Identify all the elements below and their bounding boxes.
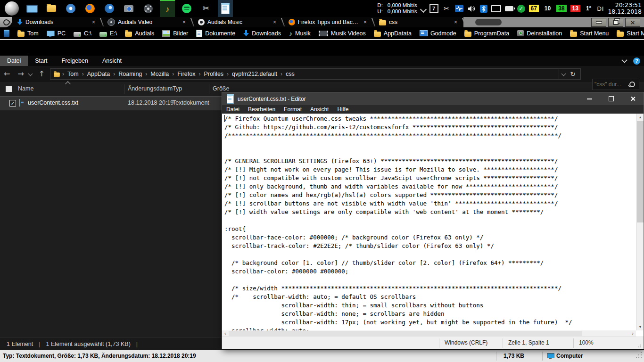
menu-hilfe[interactable]: Hilfe xyxy=(333,106,353,113)
temp-badge-yellow[interactable]: 67 xyxy=(529,5,539,12)
bookmark-item[interactable]: Musik Videos xyxy=(319,30,366,37)
refresh-icon[interactable]: ↻ xyxy=(570,71,576,77)
menu-freigeben[interactable]: Freigeben xyxy=(55,56,95,66)
taskbar-icon-display[interactable] xyxy=(25,0,40,17)
scroll-down-icon[interactable]: ▼ xyxy=(636,323,644,330)
tab-firefox-tipps[interactable]: Firefox Tipps und Backup × xyxy=(285,17,372,27)
breadcrumb-mozilla[interactable]: Mozilla xyxy=(149,71,170,77)
address-breadcrumb-field[interactable]: › Tom › AppData › Roaming › Mozilla › Fi… xyxy=(50,68,581,80)
breadcrumb-profile-folder[interactable]: qvpfm212.default xyxy=(231,71,279,77)
bookmark-item[interactable]: ProgramData xyxy=(464,30,509,37)
close-tab-icon[interactable]: × xyxy=(453,19,458,25)
taskbar-icon-thunderbird[interactable] xyxy=(102,0,117,17)
column-divider[interactable] xyxy=(169,84,169,94)
temp-badge-plain[interactable]: 10 xyxy=(543,5,553,12)
activity-monitor-icon[interactable] xyxy=(455,5,463,12)
clock[interactable]: 20:23:51 18.12.2018 xyxy=(608,2,642,16)
breadcrumb-tom[interactable]: Tom xyxy=(66,71,80,77)
power-icon[interactable] xyxy=(505,6,513,11)
minimize-button[interactable] xyxy=(591,18,606,27)
column-header-name[interactable]: Name xyxy=(18,85,33,92)
bookmark-item[interactable]: Bilder xyxy=(162,30,188,37)
close-button[interactable] xyxy=(622,92,644,105)
ribbon-collapse-chevron-icon[interactable] xyxy=(621,57,627,63)
taskbar-icon-spotify[interactable] xyxy=(179,0,194,17)
menu-ansicht[interactable]: Ansicht xyxy=(306,106,333,113)
bookmark-item[interactable]: C:\ xyxy=(74,30,91,37)
new-tab-button[interactable] xyxy=(475,19,502,25)
scroll-up-icon[interactable]: ▲ xyxy=(636,114,644,121)
tab-audials-video[interactable]: Audials Video × xyxy=(104,17,190,27)
menu-bearbeiten[interactable]: Bearbeiten xyxy=(244,106,280,113)
row-checkbox[interactable]: ✓ xyxy=(9,100,16,107)
column-header-date[interactable]: Änderungsdatum xyxy=(128,85,173,92)
address-dropdown-chevron-icon[interactable] xyxy=(561,71,566,76)
breadcrumb-firefox[interactable]: Firefox xyxy=(176,71,197,77)
bookmark-item[interactable]: Downloads xyxy=(243,30,281,37)
scroll-right-icon[interactable]: › xyxy=(629,330,636,337)
close-tab-icon[interactable]: × xyxy=(363,19,368,25)
breadcrumb-profiles[interactable]: Profiles xyxy=(202,71,225,77)
bookmark-item[interactable]: AppDatata xyxy=(374,30,412,37)
bookmark-item[interactable]: Godmode xyxy=(420,30,456,37)
taskbar-icon-firefox[interactable] xyxy=(83,0,98,17)
bookmark-item[interactable]: Tom xyxy=(17,30,39,37)
up-icon[interactable]: ↑ xyxy=(35,70,49,78)
bluetooth-icon[interactable] xyxy=(480,5,487,13)
start-orb-icon[interactable] xyxy=(5,1,19,16)
select-all-checkbox[interactable] xyxy=(6,86,12,92)
forward-icon[interactable]: → xyxy=(14,70,27,78)
temperature-badge[interactable]: 1° xyxy=(584,5,593,12)
close-tab-icon[interactable]: × xyxy=(272,19,277,25)
close-tab-icon[interactable]: × xyxy=(91,19,96,25)
taskbar-icon-chromium[interactable] xyxy=(63,0,78,17)
scroll-left-icon[interactable]: ‹ xyxy=(222,330,229,337)
menu-format[interactable]: Format xyxy=(280,106,306,113)
temp-badge-green[interactable]: 38 xyxy=(556,5,566,12)
volume-icon[interactable] xyxy=(467,4,476,13)
bookmark-recycle-bin[interactable] xyxy=(4,30,9,37)
tab-audials-music[interactable]: Audials Music × xyxy=(194,17,281,27)
bookmark-item[interactable]: PC xyxy=(47,30,66,37)
resize-grip[interactable] xyxy=(638,354,639,355)
bookmark-item[interactable]: Audials xyxy=(125,30,154,37)
defender-icon[interactable]: ✓ xyxy=(517,5,525,13)
taskbar-icon-explorer[interactable] xyxy=(44,0,59,17)
column-header-type[interactable]: Typ xyxy=(173,85,182,92)
back-icon[interactable]: ← xyxy=(0,70,14,78)
tray-app-icon[interactable]: 7 xyxy=(429,4,438,13)
bookmark-item[interactable]: Deinstallation xyxy=(517,30,562,37)
editor-text[interactable]: /* Firefox Quantum userChrome.css tweaks… xyxy=(222,114,636,330)
history-chevron-icon[interactable] xyxy=(28,71,33,76)
tray-overflow-chevron-icon[interactable] xyxy=(420,6,426,13)
tab-downloads[interactable]: Downloads × xyxy=(13,17,100,27)
taskbar-icon-media[interactable] xyxy=(140,0,156,17)
menu-datei[interactable]: Datei xyxy=(0,56,28,66)
close-tab-icon[interactable]: × xyxy=(182,19,187,25)
tab-css[interactable]: css × xyxy=(375,17,462,27)
menu-start[interactable]: Start xyxy=(28,56,54,66)
horizontal-scroll-thumb[interactable] xyxy=(229,331,582,336)
resize-grip[interactable] xyxy=(640,345,641,346)
menu-ansicht[interactable]: Ansicht xyxy=(95,56,129,66)
bookmark-item[interactable]: E:\ xyxy=(99,30,117,37)
breadcrumb-css[interactable]: css xyxy=(284,71,296,77)
menu-datei[interactable]: Datei xyxy=(222,106,244,113)
maximize-button[interactable] xyxy=(600,92,622,105)
close-button[interactable]: × xyxy=(625,18,640,27)
taskbar-icon-photos[interactable] xyxy=(121,0,136,17)
column-header-size[interactable]: Größe xyxy=(213,85,229,92)
snipping-tray-icon[interactable]: ✂ xyxy=(442,4,451,13)
bookmark-item[interactable]: Start Menu alle xyxy=(617,30,644,37)
bookmark-item[interactable]: Dokumente xyxy=(196,30,235,37)
taskbar-icon-notepad[interactable] xyxy=(218,0,233,17)
horizontal-scrollbar[interactable]: ‹ › xyxy=(222,330,636,337)
editor-text-area[interactable]: /* Firefox Quantum userChrome.css tweaks… xyxy=(222,114,636,330)
editor-titlebar[interactable]: userContent.css.txt - Editor xyxy=(222,92,644,105)
network-status-icon[interactable] xyxy=(491,5,501,12)
bookmark-item[interactable]: Start Menu xyxy=(570,30,609,37)
temp-badge-red[interactable]: 13 xyxy=(570,5,580,12)
minimize-button[interactable] xyxy=(578,92,600,105)
vertical-scrollbar[interactable]: ▲ ▼ xyxy=(636,114,644,330)
column-divider[interactable] xyxy=(124,84,124,94)
